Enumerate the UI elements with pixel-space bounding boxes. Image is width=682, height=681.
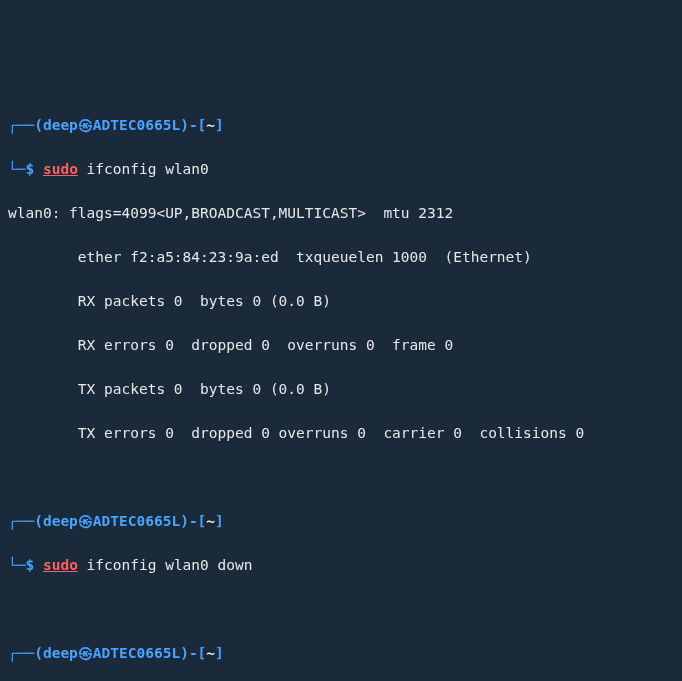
prompt-cmd: └─$ sudo ifconfig wlan0 [8, 158, 682, 180]
sudo-keyword: sudo [43, 161, 78, 177]
output-line: ether f2:a5:84:23:9a:ed txqueuelen 1000 … [8, 246, 682, 268]
prompt-top: ┌──(deep㉿ADTEC0665L)-[~] [8, 114, 682, 136]
output-line: RX errors 0 dropped 0 overruns 0 frame 0 [8, 334, 682, 356]
output-line: wlan0: flags=4099<UP,BROADCAST,MULTICAST… [8, 202, 682, 224]
prompt-top: ┌──(deep㉿ADTEC0665L)-[~] [8, 510, 682, 532]
blank [8, 598, 682, 620]
terminal[interactable]: ┌──(deep㉿ADTEC0665L)-[~] └─$ sudo ifconf… [8, 92, 682, 681]
prompt-cmd: └─$ sudo ifconfig wlan0 down [8, 554, 682, 576]
output-line: TX errors 0 dropped 0 overruns 0 carrier… [8, 422, 682, 444]
output-line: RX packets 0 bytes 0 (0.0 B) [8, 290, 682, 312]
blank [8, 466, 682, 488]
prompt-top: ┌──(deep㉿ADTEC0665L)-[~] [8, 642, 682, 664]
output-line: TX packets 0 bytes 0 (0.0 B) [8, 378, 682, 400]
sudo-keyword: sudo [43, 557, 78, 573]
